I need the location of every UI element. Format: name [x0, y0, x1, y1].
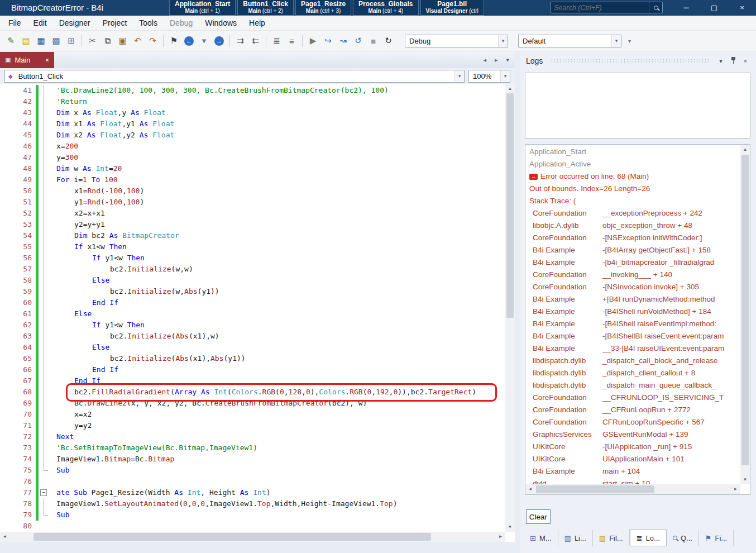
close-tab-icon[interactable]: ×: [45, 56, 49, 64]
panel-tab-logs[interactable]: ≣Lo...: [630, 530, 667, 546]
close-button[interactable]: ×: [728, 0, 756, 16]
copy-icon[interactable]: ⧉: [100, 34, 115, 47]
menu-project[interactable]: Project: [97, 16, 133, 31]
scroll-left-icon[interactable]: ◄: [0, 532, 9, 542]
title-tab-page1_resize[interactable]: Page1_ResizeMain (ctrl + 3): [295, 0, 351, 16]
search-box[interactable]: [550, 2, 663, 13]
title-tab-page1.bil[interactable]: Page1.bilVisual Designer (ctrl: [420, 0, 484, 16]
code-line[interactable]: 78ImageView1.SetLayoutAnimated(0,0,0,Ima…: [0, 498, 505, 509]
code-line[interactable]: 45Dim x2 As Float,y2 As Float: [0, 130, 505, 141]
tab-list-icon[interactable]: ▾: [506, 56, 509, 64]
panel-tab-modules[interactable]: ⊞M...: [524, 530, 558, 546]
collapse-icon[interactable]: −: [40, 489, 47, 496]
code-line[interactable]: 60End If: [0, 297, 505, 308]
code-line[interactable]: 52x2=x+x1: [0, 208, 505, 219]
code-line[interactable]: 67End If: [0, 375, 505, 387]
fold-margin[interactable]: −: [39, 487, 50, 498]
code-line[interactable]: 58Else: [0, 275, 505, 286]
outdent-icon[interactable]: ⇇: [248, 34, 263, 47]
code-line[interactable]: 63bc2.Initialize(Abs(x1),w): [0, 331, 505, 342]
chevron-down-icon[interactable]: ▾: [611, 35, 621, 47]
editor-vertical-scrollbar[interactable]: ▲ ▼: [505, 84, 515, 532]
scroll-up-icon[interactable]: ▲: [740, 145, 750, 154]
cut-icon[interactable]: ✂: [85, 34, 100, 47]
step-over-icon[interactable]: ↝: [336, 34, 351, 47]
title-tab-application_start[interactable]: Application_StartMain (ctrl + 1): [169, 0, 236, 16]
code-line[interactable]: 48Dim w As Int=20: [0, 163, 505, 174]
scroll-down-icon[interactable]: ▼: [505, 522, 515, 532]
code-line[interactable]: 53y2=y+y1: [0, 219, 505, 230]
code-line[interactable]: 65bc2.Initialize(Abs(x1),Abs(y1)): [0, 353, 505, 364]
new-file-icon[interactable]: ✎: [3, 34, 18, 47]
scroll-right-icon[interactable]: ►: [731, 484, 740, 494]
save-icon[interactable]: ▦: [34, 34, 49, 47]
uncomment-icon[interactable]: ≡: [284, 34, 299, 47]
logs-filter-box[interactable]: [525, 73, 750, 139]
search-icon[interactable]: [649, 2, 662, 13]
code-line[interactable]: 46x=200: [0, 141, 505, 152]
toolbar-options-icon[interactable]: ▾: [628, 38, 631, 44]
close-panel-icon[interactable]: ×: [739, 58, 752, 64]
scrollbar-thumb[interactable]: [536, 485, 654, 493]
code-line[interactable]: 47y=300: [0, 152, 505, 163]
code-line[interactable]: 80: [0, 521, 505, 532]
code-line[interactable]: 72Next: [0, 431, 505, 442]
navigate-forward-icon[interactable]: →: [214, 36, 224, 46]
logs-vertical-scrollbar[interactable]: ▲ ▼: [740, 145, 750, 484]
tab-scroll-left-icon[interactable]: ◂: [483, 56, 486, 64]
run-icon[interactable]: ▶: [305, 34, 320, 47]
chevron-down-icon[interactable]: ▾: [500, 70, 510, 82]
code-line[interactable]: 41'Bc.DrawLine2(100, 100, 300, 300, Bc.C…: [0, 85, 505, 96]
paste-icon[interactable]: ▣: [115, 34, 130, 47]
code-line[interactable]: 68bc2.FillRadialGradient(Array As Int(Co…: [0, 387, 505, 398]
open-project-icon[interactable]: ▤: [18, 34, 34, 47]
step-out-icon[interactable]: ↺: [351, 34, 366, 47]
code-line[interactable]: 61Else: [0, 308, 505, 320]
scrollbar-thumb[interactable]: [34, 533, 431, 541]
stop-icon[interactable]: ■: [366, 34, 381, 47]
menu-designer[interactable]: Designer: [53, 16, 97, 31]
menu-windows[interactable]: Windows: [199, 16, 243, 31]
menu-debug[interactable]: Debug: [164, 16, 199, 31]
panel-menu-icon[interactable]: ▾: [715, 58, 727, 65]
code-line[interactable]: 43Dim x As Float,y As Float: [0, 107, 505, 118]
clear-logs-button[interactable]: Clear: [526, 509, 551, 524]
scroll-down-icon[interactable]: ▼: [740, 475, 750, 484]
code-line[interactable]: 71y=y2: [0, 420, 505, 431]
code-line[interactable]: 69Bc.DrawLine2(x, y, x2, y2, Bc.CreateBr…: [0, 398, 505, 409]
panel-tab-find[interactable]: ⚑Fi...: [699, 530, 734, 546]
code-line[interactable]: 64Else: [0, 342, 505, 353]
search-input[interactable]: [551, 4, 649, 12]
redo-icon[interactable]: ↷: [145, 34, 160, 47]
chevron-down-icon[interactable]: ▾: [454, 70, 464, 82]
scroll-up-icon[interactable]: ▲: [505, 84, 515, 93]
tab-scroll-right-icon[interactable]: ▸: [495, 56, 498, 64]
panel-tab-libraries[interactable]: ▥Li...: [558, 530, 593, 546]
code-line[interactable]: 57bc2.Initialize(w,w): [0, 264, 505, 275]
debug-mode-combobox[interactable]: Debug ▾: [405, 35, 508, 47]
menu-tools[interactable]: Tools: [133, 16, 164, 31]
maximize-button[interactable]: ▢: [700, 0, 728, 16]
scroll-right-icon[interactable]: ►: [496, 532, 505, 542]
code-line[interactable]: 70x=x2: [0, 409, 505, 420]
code-line[interactable]: 54Dim bc2 As BitmapCreator: [0, 230, 505, 241]
code-line[interactable]: 44Dim x1 As Float,y1 As Float: [0, 118, 505, 130]
pin-icon[interactable]: [727, 57, 739, 65]
panel-drag-grip[interactable]: [551, 59, 710, 63]
menu-edit[interactable]: Edit: [27, 16, 53, 31]
logs-output-box[interactable]: Application_StartApplication_Active→Erro…: [525, 144, 750, 495]
sub-navigator-combobox[interactable]: ◆ Button1_Click ▾: [4, 70, 465, 83]
back-history-icon[interactable]: ▾: [197, 34, 212, 47]
title-tab-button1_click[interactable]: Button1_ClickMain (ctrl + 2): [237, 0, 294, 16]
chevron-down-icon[interactable]: ▾: [498, 35, 508, 47]
code-line[interactable]: 74ImageView1.Bitmap=Bc.Bitmap: [0, 454, 505, 465]
restart-icon[interactable]: ↻: [381, 34, 396, 47]
panel-tab-quick-search[interactable]: Q...: [667, 530, 699, 546]
code-line[interactable]: 42'Return: [0, 96, 505, 107]
logs-panel-header[interactable]: Logs ▾ ×: [526, 55, 752, 66]
comment-icon[interactable]: ≣: [269, 34, 284, 47]
zoom-combobox[interactable]: 100% ▾: [468, 70, 510, 83]
build-configuration-combobox[interactable]: Default ▾: [518, 35, 621, 47]
code-line[interactable]: 55If x1<w Then: [0, 241, 505, 252]
panel-tab-files[interactable]: ▨Fil...: [593, 530, 630, 546]
